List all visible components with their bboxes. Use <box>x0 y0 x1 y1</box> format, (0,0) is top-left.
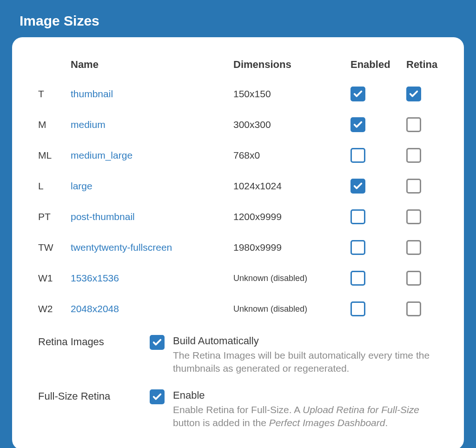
size-code: L <box>38 181 71 192</box>
size-code: W1 <box>38 273 71 284</box>
enabled-cell <box>350 209 405 224</box>
size-dimensions: Unknown (disabled) <box>233 274 350 283</box>
option-title: Build Automatically <box>173 335 438 347</box>
size-code: T <box>38 88 71 100</box>
size-dimensions: 150x150 <box>233 88 350 100</box>
retina-checkbox[interactable] <box>406 148 421 163</box>
retina-auto-checkbox[interactable] <box>150 335 165 350</box>
option-checkbox-wrapper <box>150 335 165 350</box>
enabled-checkbox[interactable] <box>350 209 365 224</box>
retina-cell <box>405 148 461 163</box>
retina-cell <box>405 179 461 194</box>
size-code: M <box>38 119 71 130</box>
enabled-checkbox[interactable] <box>350 240 365 255</box>
enabled-cell <box>350 148 405 163</box>
fullsize-retina-checkbox[interactable] <box>150 389 165 404</box>
size-name-cell: 2048x2048 <box>71 303 233 314</box>
size-name-link[interactable]: twentytwenty-fullscreen <box>71 242 172 253</box>
size-name-link[interactable]: 1536x1536 <box>71 273 119 283</box>
retina-cell <box>405 271 461 286</box>
enabled-checkbox[interactable] <box>350 179 365 194</box>
col-dimensions-header: Dimensions <box>233 59 350 71</box>
size-name-cell: medium <box>71 119 233 130</box>
size-name-cell: thumbnail <box>71 88 233 100</box>
option-body: Enable Enable Retina for Full-Size. A Up… <box>173 389 438 430</box>
retina-checkbox[interactable] <box>406 179 421 194</box>
settings-panel: Name Dimensions Enabled Retina Tthumbnai… <box>12 37 464 448</box>
size-name-link[interactable]: post-thumbnail <box>71 211 135 222</box>
retina-cell <box>405 209 461 224</box>
option-label: Full-Size Retina <box>38 389 150 402</box>
enabled-checkbox[interactable] <box>350 87 365 101</box>
size-name-link[interactable]: thumbnail <box>71 88 113 99</box>
check-icon <box>353 120 363 130</box>
size-dimensions: 768x0 <box>233 150 350 161</box>
retina-cell <box>405 117 461 132</box>
retina-checkbox[interactable] <box>406 209 421 224</box>
enabled-checkbox[interactable] <box>350 148 365 163</box>
option-label: Retina Images <box>38 335 150 348</box>
check-icon <box>409 89 419 99</box>
size-code: ML <box>38 150 71 161</box>
retina-checkbox[interactable] <box>406 301 421 316</box>
check-icon <box>353 89 363 99</box>
enabled-cell <box>350 179 405 194</box>
size-code: TW <box>38 242 71 253</box>
options-section: Retina Images Build Automatically The Re… <box>38 335 438 429</box>
retina-cell <box>405 240 461 255</box>
enabled-checkbox[interactable] <box>350 117 365 132</box>
size-name-cell: large <box>71 181 233 192</box>
size-dimensions: 300x300 <box>233 119 350 130</box>
size-code: PT <box>38 211 71 222</box>
option-body: Build Automatically The Retina Images wi… <box>173 335 438 375</box>
retina-cell <box>405 301 461 316</box>
retina-checkbox[interactable] <box>406 240 421 255</box>
retina-checkbox[interactable] <box>406 271 421 286</box>
size-name-link[interactable]: 2048x2048 <box>71 303 119 314</box>
option-fullsize-retina: Full-Size Retina Enable Enable Retina fo… <box>38 389 438 430</box>
check-icon <box>152 392 162 402</box>
retina-cell <box>405 87 461 101</box>
col-retina-header: Retina <box>405 59 461 71</box>
check-icon <box>353 181 363 191</box>
retina-checkbox[interactable] <box>406 117 421 132</box>
size-name-cell: medium_large <box>71 150 233 161</box>
enabled-checkbox[interactable] <box>350 301 365 316</box>
size-name-cell: post-thumbnail <box>71 211 233 222</box>
enabled-cell <box>350 240 405 255</box>
size-dimensions: 1980x9999 <box>233 242 350 253</box>
size-code: W2 <box>38 303 71 314</box>
option-title: Enable <box>173 389 438 401</box>
enabled-cell <box>350 87 405 101</box>
option-description: The Retina Images will be built automati… <box>173 349 438 375</box>
size-name-link[interactable]: medium <box>71 119 106 130</box>
option-retina-images: Retina Images Build Automatically The Re… <box>38 335 438 375</box>
size-name-cell: 1536x1536 <box>71 273 233 284</box>
enabled-checkbox[interactable] <box>350 271 365 286</box>
col-enabled-header: Enabled <box>350 59 405 71</box>
enabled-cell <box>350 117 405 132</box>
size-name-cell: twentytwenty-fullscreen <box>71 242 233 253</box>
sizes-table: Name Dimensions Enabled Retina Tthumbnai… <box>38 59 438 316</box>
col-name-header: Name <box>71 59 233 71</box>
enabled-cell <box>350 301 405 316</box>
check-icon <box>152 337 162 348</box>
option-checkbox-wrapper <box>150 389 165 404</box>
option-description: Enable Retina for Full-Size. A Upload Re… <box>173 403 438 430</box>
size-dimensions: 1200x9999 <box>233 211 350 222</box>
page-title: Image Sizes <box>0 0 476 37</box>
size-dimensions: 1024x1024 <box>233 181 350 192</box>
size-name-link[interactable]: medium_large <box>71 150 132 160</box>
enabled-cell <box>350 271 405 286</box>
size-dimensions: Unknown (disabled) <box>233 304 350 314</box>
size-name-link[interactable]: large <box>71 181 93 191</box>
retina-checkbox[interactable] <box>406 87 421 101</box>
